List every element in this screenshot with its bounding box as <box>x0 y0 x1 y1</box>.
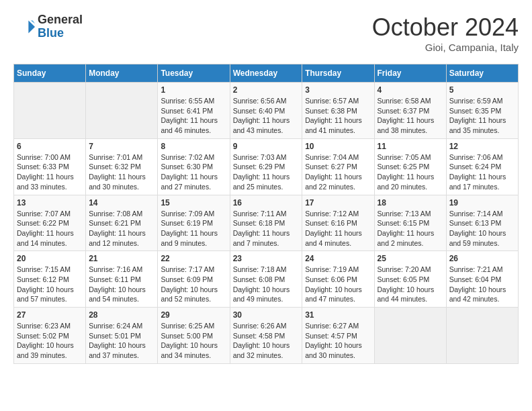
day-info: Sunrise: 7:06 AMSunset: 6:24 PMDaylight:… <box>449 152 515 192</box>
calendar-cell: 15Sunrise: 7:09 AMSunset: 6:19 PMDayligh… <box>158 195 230 251</box>
calendar-cell: 20Sunrise: 7:15 AMSunset: 6:12 PMDayligh… <box>14 251 86 308</box>
calendar-table: SundayMondayTuesdayWednesdayThursdayFrid… <box>13 64 519 364</box>
day-info: Sunrise: 6:24 AMSunset: 5:01 PMDaylight:… <box>89 321 154 361</box>
weekday-header-row: SundayMondayTuesdayWednesdayThursdayFrid… <box>14 64 519 83</box>
logo-text: General Blue <box>38 13 83 40</box>
calendar-week-row: 20Sunrise: 7:15 AMSunset: 6:12 PMDayligh… <box>14 251 519 308</box>
day-info: Sunrise: 7:04 AMSunset: 6:27 PMDaylight:… <box>305 152 371 192</box>
calendar-cell: 9Sunrise: 7:03 AMSunset: 6:29 PMDaylight… <box>230 138 302 195</box>
calendar-cell: 21Sunrise: 7:16 AMSunset: 6:11 PMDayligh… <box>86 251 158 308</box>
calendar-cell: 3Sunrise: 6:57 AMSunset: 6:38 PMDaylight… <box>302 83 374 139</box>
day-number: 8 <box>161 142 226 151</box>
calendar-cell: 12Sunrise: 7:06 AMSunset: 6:24 PMDayligh… <box>446 138 518 195</box>
calendar-cell: 31Sunrise: 6:27 AMSunset: 4:57 PMDayligh… <box>302 308 374 364</box>
weekday-header: Wednesday <box>230 64 302 83</box>
day-info: Sunrise: 7:13 AMSunset: 6:15 PMDaylight:… <box>378 209 443 248</box>
calendar-cell: 6Sunrise: 7:00 AMSunset: 6:33 PMDaylight… <box>14 138 86 195</box>
day-number: 24 <box>305 254 371 263</box>
day-info: Sunrise: 7:14 AMSunset: 6:13 PMDaylight:… <box>449 209 515 248</box>
day-number: 17 <box>305 198 371 208</box>
calendar-cell <box>14 83 86 139</box>
calendar-cell: 30Sunrise: 6:26 AMSunset: 4:58 PMDayligh… <box>230 308 302 364</box>
day-info: Sunrise: 7:07 AMSunset: 6:22 PMDaylight:… <box>17 209 83 248</box>
day-number: 18 <box>378 198 443 208</box>
calendar-cell: 29Sunrise: 6:25 AMSunset: 5:00 PMDayligh… <box>158 308 230 364</box>
day-number: 6 <box>17 142 83 151</box>
day-info: Sunrise: 6:58 AMSunset: 6:37 PMDaylight:… <box>378 96 443 136</box>
day-number: 5 <box>449 85 515 95</box>
day-number: 9 <box>233 142 300 151</box>
day-info: Sunrise: 6:27 AMSunset: 4:57 PMDaylight:… <box>305 321 371 361</box>
calendar-cell: 1Sunrise: 6:55 AMSunset: 6:41 PMDaylight… <box>158 83 230 139</box>
month-title: October 2024 <box>372 13 519 42</box>
day-info: Sunrise: 6:26 AMSunset: 4:58 PMDaylight:… <box>233 321 300 361</box>
day-number: 14 <box>89 198 154 208</box>
day-number: 27 <box>17 310 83 320</box>
calendar-cell: 18Sunrise: 7:13 AMSunset: 6:15 PMDayligh… <box>374 195 446 251</box>
calendar-cell: 28Sunrise: 6:24 AMSunset: 5:01 PMDayligh… <box>86 308 158 364</box>
calendar-cell: 26Sunrise: 7:21 AMSunset: 6:04 PMDayligh… <box>446 251 518 308</box>
day-info: Sunrise: 7:21 AMSunset: 6:04 PMDaylight:… <box>449 265 515 304</box>
weekday-header: Friday <box>374 64 446 83</box>
day-info: Sunrise: 7:08 AMSunset: 6:21 PMDaylight:… <box>89 209 154 248</box>
title-block: October 2024 Gioi, Campania, Italy <box>372 13 519 53</box>
day-info: Sunrise: 6:57 AMSunset: 6:38 PMDaylight:… <box>305 96 371 136</box>
calendar-week-row: 27Sunrise: 6:23 AMSunset: 5:02 PMDayligh… <box>14 308 519 364</box>
calendar-cell <box>86 83 158 139</box>
day-number: 12 <box>449 142 515 151</box>
page-header: General Blue October 2024 Gioi, Campania… <box>13 13 519 53</box>
day-info: Sunrise: 7:05 AMSunset: 6:25 PMDaylight:… <box>378 152 443 192</box>
calendar-cell: 23Sunrise: 7:18 AMSunset: 6:08 PMDayligh… <box>230 251 302 308</box>
calendar-cell: 11Sunrise: 7:05 AMSunset: 6:25 PMDayligh… <box>374 138 446 195</box>
weekday-header: Tuesday <box>158 64 230 83</box>
day-number: 4 <box>378 85 443 95</box>
calendar-cell <box>446 308 518 364</box>
calendar-cell: 10Sunrise: 7:04 AMSunset: 6:27 PMDayligh… <box>302 138 374 195</box>
calendar-cell: 27Sunrise: 6:23 AMSunset: 5:02 PMDayligh… <box>14 308 86 364</box>
day-info: Sunrise: 7:01 AMSunset: 6:32 PMDaylight:… <box>89 152 154 192</box>
day-number: 26 <box>449 254 515 263</box>
calendar-cell: 22Sunrise: 7:17 AMSunset: 6:09 PMDayligh… <box>158 251 230 308</box>
calendar-cell: 25Sunrise: 7:20 AMSunset: 6:05 PMDayligh… <box>374 251 446 308</box>
day-number: 20 <box>17 254 83 263</box>
calendar-cell: 24Sunrise: 7:19 AMSunset: 6:06 PMDayligh… <box>302 251 374 308</box>
day-info: Sunrise: 7:15 AMSunset: 6:12 PMDaylight:… <box>17 265 83 304</box>
day-number: 23 <box>233 254 300 263</box>
day-number: 30 <box>233 310 300 320</box>
day-info: Sunrise: 7:11 AMSunset: 6:18 PMDaylight:… <box>233 209 300 248</box>
weekday-header: Monday <box>86 64 158 83</box>
calendar-cell: 7Sunrise: 7:01 AMSunset: 6:32 PMDaylight… <box>86 138 158 195</box>
day-info: Sunrise: 7:12 AMSunset: 6:16 PMDaylight:… <box>305 209 371 248</box>
day-info: Sunrise: 7:02 AMSunset: 6:30 PMDaylight:… <box>161 152 226 192</box>
logo-icon <box>13 16 35 38</box>
weekday-header: Saturday <box>446 64 518 83</box>
day-info: Sunrise: 6:56 AMSunset: 6:40 PMDaylight:… <box>233 96 300 136</box>
day-number: 19 <box>449 198 515 208</box>
day-info: Sunrise: 7:09 AMSunset: 6:19 PMDaylight:… <box>161 209 226 248</box>
calendar-week-row: 13Sunrise: 7:07 AMSunset: 6:22 PMDayligh… <box>14 195 519 251</box>
calendar-cell: 19Sunrise: 7:14 AMSunset: 6:13 PMDayligh… <box>446 195 518 251</box>
calendar-cell: 13Sunrise: 7:07 AMSunset: 6:22 PMDayligh… <box>14 195 86 251</box>
day-number: 10 <box>305 142 371 151</box>
calendar-cell: 4Sunrise: 6:58 AMSunset: 6:37 PMDaylight… <box>374 83 446 139</box>
weekday-header: Sunday <box>14 64 86 83</box>
location-subtitle: Gioi, Campania, Italy <box>372 42 519 53</box>
calendar-week-row: 1Sunrise: 6:55 AMSunset: 6:41 PMDaylight… <box>14 83 519 139</box>
day-number: 15 <box>161 198 226 208</box>
day-info: Sunrise: 7:00 AMSunset: 6:33 PMDaylight:… <box>17 152 83 192</box>
day-info: Sunrise: 6:25 AMSunset: 5:00 PMDaylight:… <box>161 321 226 361</box>
day-number: 22 <box>161 254 226 263</box>
logo-general-text: General <box>38 13 83 27</box>
calendar-cell: 17Sunrise: 7:12 AMSunset: 6:16 PMDayligh… <box>302 195 374 251</box>
calendar-cell: 8Sunrise: 7:02 AMSunset: 6:30 PMDaylight… <box>158 138 230 195</box>
day-number: 28 <box>89 310 154 320</box>
day-number: 3 <box>305 85 371 95</box>
calendar-cell <box>374 308 446 364</box>
calendar-cell: 2Sunrise: 6:56 AMSunset: 6:40 PMDaylight… <box>230 83 302 139</box>
day-info: Sunrise: 7:18 AMSunset: 6:08 PMDaylight:… <box>233 265 300 304</box>
day-number: 25 <box>378 254 443 263</box>
svg-marker-1 <box>31 20 35 24</box>
day-info: Sunrise: 6:59 AMSunset: 6:35 PMDaylight:… <box>449 96 515 136</box>
weekday-header: Thursday <box>302 64 374 83</box>
day-number: 11 <box>378 142 443 151</box>
